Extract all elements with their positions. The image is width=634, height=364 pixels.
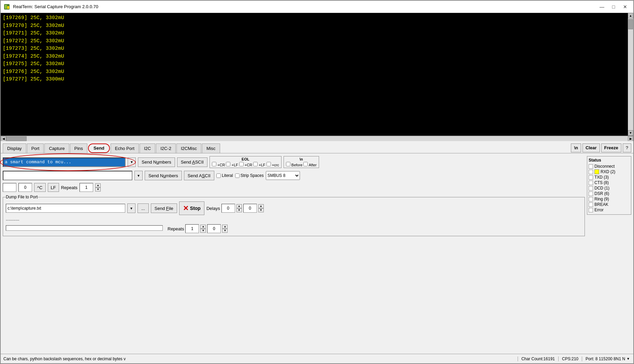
send-ascii-btn1[interactable]: Send ASCII [177,157,207,167]
dump-file-dropdown[interactable]: ▼ [127,203,135,213]
port-status[interactable]: Port: 8 115200 8N1 N ▼ [582,357,633,361]
literal-checkbox[interactable] [216,173,221,178]
command2-dropdown[interactable]: ▼ [134,171,143,180]
status-item[interactable]: TXD (3) [589,175,630,180]
repeats2-input1[interactable] [185,224,199,233]
terminal-vscrollbar[interactable]: ▲ ▼ [628,13,633,136]
delays-input2[interactable] [243,204,257,213]
before-label[interactable]: Before [286,163,302,167]
status-item[interactable]: DSR (6) [589,191,630,196]
eol-cr1-checkbox[interactable] [212,162,216,166]
send-numbers-btn1[interactable]: Send Numbers [138,157,175,167]
hscroll-thumb[interactable] [6,136,27,141]
terminal-hscrollbar[interactable]: ◀ ▶ [1,136,633,141]
tab-misc[interactable]: Misc [202,143,220,153]
status-checkbox[interactable] [589,192,593,196]
minimize-button[interactable]: — [596,3,607,11]
status-checkbox[interactable] [589,170,593,174]
scroll-up-arrow[interactable]: ▲ [628,13,633,18]
dump-file-path[interactable] [6,204,125,213]
freeze-button[interactable]: Freeze [601,143,621,152]
eol-crc[interactable]: +crc [266,163,279,167]
tab-pins[interactable]: Pins [70,143,87,153]
ctrl-c-button[interactable]: ^C [34,183,46,192]
tab-port[interactable]: Port [27,143,44,153]
tab-echo-port[interactable]: Echo Port [111,143,139,153]
status-checkbox[interactable] [589,164,593,169]
delays-input1[interactable] [221,204,235,213]
status-item[interactable]: Ring (9) [589,197,630,201]
delays-up2[interactable]: ▲ [258,204,264,208]
lf-button[interactable]: LF [48,183,59,192]
status-checkbox[interactable] [589,197,593,201]
eol-lf2-checkbox[interactable] [253,162,258,166]
browse-button[interactable]: ... [138,203,149,213]
eol-lf1[interactable]: +LF [226,163,238,167]
delays-spinner2[interactable]: ▲ ▼ [258,204,264,212]
repeats-spinner[interactable]: ▲ ▼ [95,183,101,192]
eol-crc-checkbox[interactable] [266,162,271,166]
eol-cr2[interactable]: +CR [239,163,252,167]
hscroll-right-arrow[interactable]: ▶ [628,136,633,141]
tab-send[interactable]: Send [88,143,110,153]
status-item[interactable]: Disconnect [589,164,630,169]
strip-spaces-label[interactable]: Strip Spaces [235,173,264,178]
tab-i2c[interactable]: I2C [140,143,155,153]
status-item[interactable]: DCD (1) [589,186,630,191]
eol-cr2-checkbox[interactable] [239,162,244,166]
status-item[interactable]: RXD (2) [589,169,630,174]
send-ascii-btn2[interactable]: Send ASCII [184,171,214,180]
delays-up1[interactable]: ▲ [236,204,242,208]
status-item[interactable]: Error [589,208,630,212]
eol-cr1[interactable]: +CR [212,163,225,167]
scroll-down-arrow[interactable]: ▼ [628,130,633,136]
tab-i2cmisc[interactable]: I2CMisc [176,143,201,153]
after-checkbox[interactable] [303,162,308,166]
repeats2-spinner2[interactable]: ▲ ▼ [222,225,228,233]
delays-down2[interactable]: ▼ [258,208,264,212]
after-label[interactable]: After [303,163,317,167]
command1-dropdown[interactable]: ▼ [128,157,136,167]
repeats2-input2[interactable] [207,224,221,233]
status-checkbox[interactable] [589,186,593,191]
repeats2-down1[interactable]: ▼ [200,229,206,233]
tab-capture[interactable]: Capture [44,143,69,153]
hscroll-left-arrow[interactable]: ◀ [1,136,6,141]
scroll-thumb[interactable] [628,19,633,29]
repeats2-up1[interactable]: ▲ [200,225,206,229]
repeats2-up2[interactable]: ▲ [222,225,228,229]
repeats2-down2[interactable]: ▼ [222,229,228,233]
strip-spaces-checkbox[interactable] [235,173,240,178]
status-checkbox[interactable] [589,208,593,212]
small-input2[interactable] [18,183,32,192]
tab-display[interactable]: Display [3,143,26,153]
help-button[interactable]: ? [623,143,631,152]
status-checkbox[interactable] [589,181,593,185]
delays-spinner1[interactable]: ▲ ▼ [236,204,242,212]
send-file-button[interactable]: Send File [151,203,177,213]
eol-lf2[interactable]: +LF [253,163,265,167]
status-checkbox[interactable] [589,202,593,207]
repeats-down[interactable]: ▼ [95,187,101,192]
status-checkbox[interactable] [589,175,593,180]
literal-label[interactable]: Literal [216,173,233,178]
maximize-button[interactable]: □ [608,3,619,11]
clear-button[interactable]: Clear [582,143,600,152]
close-button[interactable]: ✕ [620,3,631,11]
stop-button[interactable]: ✕ Stop [179,201,204,215]
small-input1[interactable] [3,183,16,192]
delays-down1[interactable]: ▼ [236,208,242,212]
newline-button[interactable]: \n [571,143,581,152]
smbus-select[interactable]: SMBUS 8 SMBUS 16 [266,171,300,180]
repeats-input[interactable] [80,183,93,192]
eol-lf1-checkbox[interactable] [226,162,230,166]
repeats2-spinner1[interactable]: ▲ ▼ [200,225,206,233]
status-item[interactable]: BREAK [589,202,630,207]
before-checkbox[interactable] [286,162,290,166]
command2-input[interactable] [3,171,132,180]
repeats-up[interactable]: ▲ [95,183,101,187]
command1-input[interactable] [3,157,126,167]
port-dropdown-icon[interactable]: ▼ [626,357,630,361]
send-numbers-btn2[interactable]: Send Numbers [145,171,182,180]
status-item[interactable]: CTS (8) [589,180,630,185]
